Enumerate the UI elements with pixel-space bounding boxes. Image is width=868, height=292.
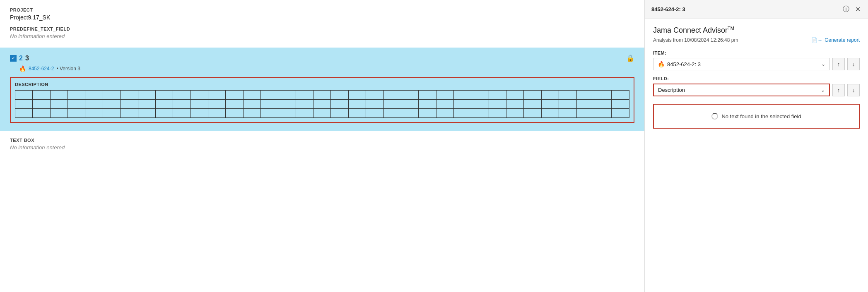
panel-title: 8452-624-2: 3 xyxy=(651,6,685,12)
advisor-title: Jama Connect AdvisorTM xyxy=(653,26,860,35)
close-button[interactable]: ✕ xyxy=(854,5,861,14)
project-section: PROJECT Project9.17_SK PREDEFINE_TEXT_FI… xyxy=(0,0,644,44)
predefine-label: PREDEFINE_TEXT_FIELD xyxy=(10,26,634,31)
analysis-row: Analysis from 10/08/2024 12:26:48 pm 📄→ … xyxy=(653,37,860,43)
no-text-box: No text found in the selected field xyxy=(653,104,860,129)
item-version: • Version 3 xyxy=(56,66,80,72)
generate-report-button[interactable]: 📄→ Generate report xyxy=(811,37,860,43)
project-label: PROJECT xyxy=(10,7,634,12)
lock-icon: 🔒 xyxy=(626,54,634,62)
item-select-wrapper[interactable]: 🔥 8452-624-2: 3 ⌄ xyxy=(653,58,830,70)
textbox-empty: No information entered xyxy=(10,144,634,151)
field-nav-down-button[interactable]: ↓ xyxy=(847,84,860,96)
left-panel: PROJECT Project9.17_SK PREDEFINE_TEXT_FI… xyxy=(0,0,644,292)
item-nav-down-button[interactable]: ↓ xyxy=(847,58,860,70)
field-select-wrapper[interactable]: Description ⌄ xyxy=(653,84,830,96)
item-meta: 🔥 8452-624-2 • Version 3 xyxy=(19,65,634,72)
help-button[interactable]: ⓘ xyxy=(842,4,850,14)
project-name: Project9.17_SK xyxy=(10,14,634,21)
description-label: DESCRIPTION xyxy=(15,82,629,87)
no-text-message: No text found in the selected field xyxy=(721,113,801,120)
panel-header: 8452-624-2: 3 ⓘ ✕ xyxy=(645,0,868,19)
field-select-row: Description ⌄ ↑ ↓ xyxy=(653,84,860,96)
flame-icon: 🔥 xyxy=(19,65,26,72)
predefine-empty: No information entered xyxy=(10,33,634,39)
panel-body: Jama Connect AdvisorTM Analysis from 10/… xyxy=(645,19,868,292)
spinner-icon xyxy=(711,113,718,120)
textbox-section: TEXT BOX No information entered xyxy=(0,131,644,156)
item-card: ✓ 2 3 🔒 🔥 8452-624-2 • Version 3 DESCRIP… xyxy=(0,48,644,131)
textbox-label: TEXT BOX xyxy=(10,138,634,143)
analysis-text: Analysis from 10/08/2024 12:26:48 pm xyxy=(653,37,738,43)
chevron-down-icon: ⌄ xyxy=(821,61,825,67)
item-flame-icon: 🔥 xyxy=(658,61,665,67)
field-section-label: FIELD: xyxy=(653,76,860,81)
item-number-dark: 3 xyxy=(25,55,29,62)
right-panel: 8452-624-2: 3 ⓘ ✕ Jama Connect AdvisorTM… xyxy=(644,0,868,292)
item-header: ✓ 2 3 🔒 xyxy=(10,54,634,62)
field-chevron-down-icon: ⌄ xyxy=(821,87,825,93)
report-icon: 📄→ xyxy=(811,37,822,43)
item-number-blue: 2 xyxy=(19,55,23,62)
description-grid xyxy=(15,90,629,118)
description-box: DESCRIPTION xyxy=(10,77,634,123)
item-select-row: 🔥 8452-624-2: 3 ⌄ ↑ ↓ xyxy=(653,58,860,70)
field-nav-up-button[interactable]: ↑ xyxy=(832,84,845,96)
item-nav-up-button[interactable]: ↑ xyxy=(832,58,845,70)
item-id-link[interactable]: 8452-624-2 xyxy=(29,66,54,72)
item-title-row: ✓ 2 3 xyxy=(10,55,29,62)
field-select-value: Description xyxy=(658,87,821,93)
item-select-value: 8452-624-2: 3 xyxy=(667,61,821,67)
item-section-label: ITEM: xyxy=(653,50,860,55)
panel-header-icons: ⓘ ✕ xyxy=(842,4,861,14)
item-checkbox[interactable]: ✓ xyxy=(10,55,17,62)
